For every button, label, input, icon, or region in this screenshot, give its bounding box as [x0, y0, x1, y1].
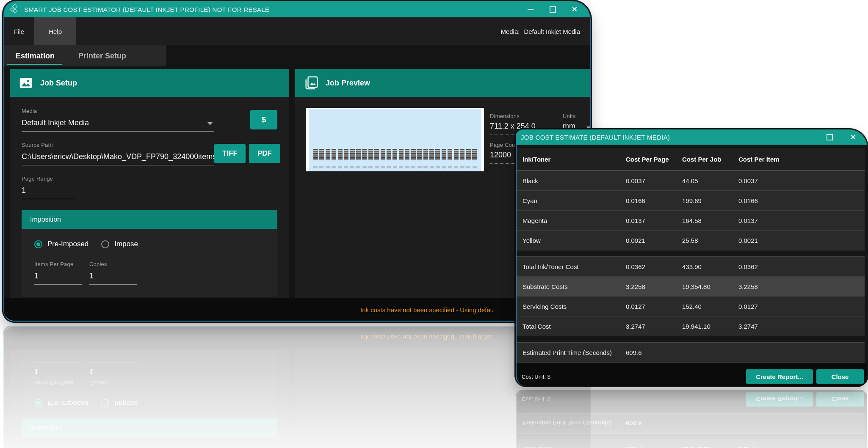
- app-logo-icon: [9, 3, 21, 15]
- preview-tick: [362, 166, 367, 168]
- dialog-footer: Cost Unit: $ Create Report... Close: [517, 363, 867, 386]
- preview-tick: [405, 166, 409, 168]
- radio-pre-imposed[interactable]: Pre-Imposed: [34, 240, 88, 248]
- cell-cost-per-page: 0.0021: [626, 237, 682, 244]
- row-label: Total Ink/Toner Cost: [522, 263, 626, 270]
- cell-cost-per-item: 0.0166: [738, 197, 865, 204]
- tab-printer-setup[interactable]: Printer Setup: [66, 45, 138, 66]
- cell-cost-per-job: 152.40: [682, 303, 738, 310]
- preview-item: [313, 149, 318, 160]
- close-dialog-button[interactable]: Close: [816, 369, 864, 384]
- preview-tick: [350, 166, 354, 168]
- cost-unit-label: Cost Unit: $: [520, 374, 550, 380]
- cell-cost-per-item: 0.0021: [738, 237, 865, 244]
- copies-label: Copies: [89, 261, 137, 267]
- table-row[interactable]: Yellow0.002125.580.0021: [517, 230, 865, 250]
- cell-cost-per-item: 3.2747: [738, 323, 865, 330]
- preview-tick: [430, 166, 434, 168]
- estimation-content: Job Setup Media Default Inkjet Media $: [4, 66, 590, 298]
- preview-tick: [448, 166, 452, 168]
- table-row[interactable]: Total Cost3.274719,941.103.2747: [517, 316, 865, 336]
- radio-pre-imposed-label: Pre-Imposed: [47, 240, 88, 248]
- row-value: 609.6: [626, 349, 682, 356]
- preview-tick: [313, 166, 318, 168]
- table-row[interactable]: Cyan0.0166199.690.0166: [517, 190, 865, 210]
- cell-cost-per-page: 0.0127: [626, 303, 682, 310]
- preview-item: [411, 149, 416, 160]
- col-header-cost-per-job: Cost Per Job: [682, 156, 738, 163]
- menu-bar: File Help Media: Default Inkjet Media: [4, 17, 590, 45]
- preview-tick: [460, 166, 464, 168]
- preview-item: [350, 149, 355, 160]
- cell-cost-per-item: 3.2258: [738, 283, 865, 290]
- table-row[interactable]: Magenta0.0137164.580.0137: [517, 210, 865, 230]
- chevron-down-icon: [207, 122, 213, 125]
- main-window: SMART JOB COST ESTIMATOR (DEFAULT INKJET…: [3, 1, 591, 322]
- page-range-field[interactable]: Page Range 1: [22, 176, 76, 199]
- imposition-header: Imposition: [22, 210, 277, 229]
- media-field-label: Media: [22, 108, 214, 114]
- cell-cost-per-job: 164.58: [682, 217, 738, 224]
- chevron-down-icon: [586, 126, 591, 129]
- preview-item: [326, 149, 330, 160]
- preview-tick: [326, 166, 330, 168]
- page-range-value: 1: [22, 186, 26, 195]
- pdf-button[interactable]: PDF: [249, 144, 280, 163]
- dialog-window-controls: ✕: [826, 133, 857, 141]
- currency-button[interactable]: $: [250, 110, 277, 129]
- preview-tick: [387, 166, 391, 168]
- table-row[interactable]: Servicing Costs0.0127152.400.0127: [517, 296, 865, 316]
- preview-item: [454, 149, 459, 160]
- table-row[interactable]: Estimated Print Time (Seconds) 609.6: [517, 343, 865, 362]
- preview-tick: [338, 166, 342, 168]
- cell-cost-per-page: 0.0166: [626, 197, 682, 204]
- preview-item: [460, 149, 464, 160]
- col-header-cost-per-page: Cost Per Page: [626, 156, 682, 163]
- source-path-field[interactable]: Source Path C:\Users\ericw\Desktop\Mako_…: [22, 142, 214, 165]
- media-field-value: Default Inkjet Media: [22, 118, 89, 127]
- close-button[interactable]: ✕: [571, 5, 578, 13]
- table-row[interactable]: Black0.003744.050.0037: [517, 171, 865, 190]
- items-per-page-field[interactable]: Items Per Page 1: [34, 261, 82, 285]
- dialog-footer-buttons: Create Report... Close: [746, 369, 864, 384]
- media-field[interactable]: Media Default Inkjet Media: [22, 108, 214, 132]
- preview-item: [319, 149, 324, 160]
- copies-field[interactable]: Copies 1: [89, 261, 137, 285]
- tab-printer-setup-label: Printer Setup: [78, 52, 126, 60]
- preview-tick: [436, 166, 440, 168]
- ink-rows-group: Black0.003744.050.0037Cyan0.0166199.690.…: [517, 170, 865, 250]
- table-row[interactable]: Total Ink/Toner Cost0.0362433.900.0362: [517, 257, 865, 276]
- table-row[interactable]: Substrate Costs3.225819,354.803.2258: [517, 276, 865, 296]
- minimize-button[interactable]: [527, 5, 534, 13]
- preview-item: [448, 149, 452, 160]
- preview-tick: [319, 166, 323, 168]
- tab-bar: Estimation Printer Setup: [4, 45, 590, 66]
- preview-item: [362, 149, 367, 160]
- cell-cost-per-page: 0.0137: [626, 217, 682, 224]
- job-preview-title: Job Preview: [326, 79, 370, 88]
- dialog-title: JOB COST ESTIMATE (DEFAULT INKJET MEDIA): [521, 134, 670, 141]
- radio-impose[interactable]: Impose: [101, 240, 138, 248]
- tiff-button[interactable]: TIFF: [214, 144, 246, 163]
- preview-item: [332, 149, 336, 160]
- cell-cost-per-page: 3.2747: [626, 323, 682, 330]
- source-path-label: Source Path: [22, 142, 214, 148]
- dialog-maximize-button[interactable]: [826, 133, 833, 141]
- menu-file[interactable]: File: [4, 17, 34, 45]
- cell-cost-per-job: 433.90: [682, 263, 738, 270]
- preview-item: [435, 149, 440, 160]
- menu-help[interactable]: Help: [34, 17, 76, 45]
- cell-cost-per-item: 0.0037: [738, 177, 865, 184]
- tab-estimation[interactable]: Estimation: [4, 45, 66, 66]
- preview-tick: [381, 166, 385, 168]
- create-report-button[interactable]: Create Report...: [746, 369, 813, 384]
- preview-item: [466, 149, 471, 160]
- preview-tick: [399, 166, 403, 168]
- maximize-button[interactable]: [549, 5, 556, 13]
- dialog-close-button[interactable]: ✕: [849, 133, 857, 141]
- radio-selected-icon: [34, 240, 42, 248]
- cell-cost-per-job: 44.05: [682, 177, 738, 184]
- preview-tick: [417, 166, 422, 168]
- window-controls: ✕: [527, 5, 578, 13]
- job-setup-title: Job Setup: [40, 79, 77, 88]
